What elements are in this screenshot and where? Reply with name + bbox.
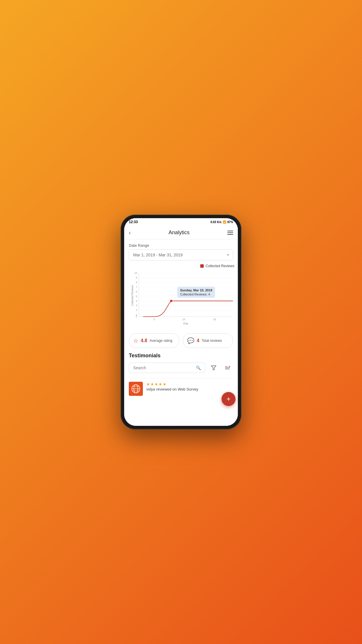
reviews-icon: 💬: [187, 337, 194, 344]
chart-data-point: [170, 300, 172, 302]
svg-text:5: 5: [154, 318, 155, 321]
svg-text:8: 8: [136, 281, 137, 284]
reviews-value: 4: [197, 338, 199, 343]
menu-button[interactable]: [227, 231, 233, 235]
chart-container: Collected Reviews: [124, 264, 238, 331]
date-picker-button[interactable]: Mar 1, 2019 - Mar 31, 2019 ▾: [129, 249, 233, 260]
average-rating-card[interactable]: ☆ 4.8 Average rating: [129, 333, 179, 348]
legend-label: Collected Reviews: [205, 264, 234, 268]
svg-text:9: 9: [136, 276, 137, 279]
review-item[interactable]: ★★★★★ vidya reviewed on Web Survey: [129, 378, 233, 399]
web-survey-icon: [131, 384, 141, 394]
back-button[interactable]: ‹: [129, 229, 131, 236]
svg-text:Day: Day: [183, 322, 188, 325]
svg-text:Collected Reviews: Collected Reviews: [131, 285, 134, 306]
search-box[interactable]: 🔍: [129, 363, 205, 373]
svg-text:15: 15: [182, 318, 185, 321]
review-info: ★★★★★ vidya reviewed on Web Survey: [146, 382, 233, 391]
status-network: 0.03 K/s: [210, 220, 222, 224]
sort-icon: [224, 365, 231, 371]
stats-row: ☆ 4.8 Average rating 💬 4 Total reviews: [124, 331, 238, 353]
reviews-label: Total reviews: [202, 339, 222, 343]
chart-wrap: 10 9 8 7 6 5 4 3 2 1 0 5 15 25: [128, 269, 234, 328]
chart-legend: Collected Reviews: [128, 264, 234, 268]
phone-screen: 12:33 0.03 K/s 📶 87% ‹ Analytics Date: [124, 218, 238, 426]
svg-marker-27: [211, 366, 216, 370]
star-icon: ☆: [133, 337, 138, 344]
date-range-section: Date Range Mar 1, 2019 - Mar 31, 2019 ▾: [124, 240, 238, 264]
search-row: 🔍: [129, 362, 233, 373]
status-bar: 12:33 0.03 K/s 📶 87%: [124, 218, 238, 226]
filter-button[interactable]: [208, 362, 219, 373]
testimonials-title: Testimonials: [129, 353, 233, 359]
plus-icon: +: [226, 395, 231, 403]
filter-icon: [211, 365, 217, 371]
rating-value: 4.8: [141, 338, 147, 343]
top-nav: ‹ Analytics: [124, 226, 238, 240]
svg-text:0: 0: [136, 315, 137, 318]
page-title: Analytics: [168, 230, 189, 236]
svg-text:3: 3: [136, 304, 137, 307]
svg-text:7: 7: [136, 286, 137, 288]
svg-text:25: 25: [213, 318, 216, 321]
review-avatar: [129, 382, 143, 396]
total-reviews-card[interactable]: 💬 4 Total reviews: [183, 333, 233, 348]
review-stars: ★★★★★: [146, 382, 233, 386]
status-battery: 87%: [227, 220, 233, 224]
rating-label: Average rating: [150, 339, 172, 343]
svg-text:6: 6: [136, 290, 137, 293]
status-time: 12:33: [129, 220, 138, 224]
svg-text:2: 2: [136, 309, 137, 312]
add-button[interactable]: +: [222, 392, 236, 406]
svg-text:4: 4: [136, 300, 137, 302]
chevron-down-icon: ▾: [227, 253, 229, 257]
status-right: 0.03 K/s 📶 87%: [210, 220, 233, 224]
testimonials-section: Testimonials 🔍: [124, 353, 238, 399]
phone-frame: 12:33 0.03 K/s 📶 87% ‹ Analytics Date: [121, 215, 241, 429]
review-name: vidya reviewed on Web Survey: [146, 387, 233, 391]
chart-svg: 10 9 8 7 6 5 4 3 2 1 0 5 15 25: [128, 269, 234, 328]
app-content: ‹ Analytics Date Range Mar 1, 2019 - Mar…: [124, 226, 238, 426]
date-range-label: Date Range: [129, 243, 233, 248]
sort-button[interactable]: [222, 362, 233, 373]
status-icons: 📶: [223, 220, 226, 224]
svg-text:10: 10: [134, 272, 137, 274]
search-input[interactable]: [133, 365, 194, 370]
svg-text:5: 5: [136, 295, 137, 298]
date-picker-value: Mar 1, 2019 - Mar 31, 2019: [133, 253, 183, 257]
search-icon: 🔍: [196, 365, 201, 370]
legend-dot: [200, 264, 204, 268]
